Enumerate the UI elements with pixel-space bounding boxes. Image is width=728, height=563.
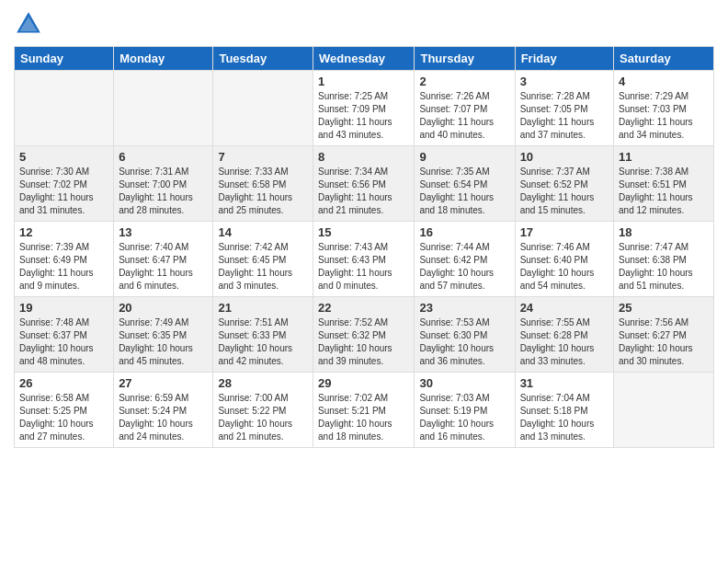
calendar-cell: 18Sunrise: 7:47 AM Sunset: 6:38 PM Dayli… (614, 222, 714, 297)
day-info: Sunrise: 7:55 AM Sunset: 6:28 PM Dayligh… (520, 316, 609, 368)
calendar-cell (614, 373, 714, 448)
calendar-cell: 27Sunrise: 6:59 AM Sunset: 5:24 PM Dayli… (114, 373, 213, 448)
day-info: Sunrise: 7:46 AM Sunset: 6:40 PM Dayligh… (520, 241, 609, 293)
calendar-cell: 4Sunrise: 7:29 AM Sunset: 7:03 PM Daylig… (614, 71, 714, 146)
calendar-cell: 19Sunrise: 7:48 AM Sunset: 6:37 PM Dayli… (15, 297, 114, 373)
calendar-cell: 16Sunrise: 7:44 AM Sunset: 6:42 PM Dayli… (415, 222, 515, 297)
day-info: Sunrise: 7:03 AM Sunset: 5:19 PM Dayligh… (419, 392, 509, 443)
col-thursday: Thursday (415, 47, 515, 71)
day-number: 19 (19, 301, 108, 315)
calendar-cell: 1Sunrise: 7:25 AM Sunset: 7:09 PM Daylig… (313, 71, 415, 146)
day-info: Sunrise: 7:30 AM Sunset: 7:02 PM Dayligh… (19, 166, 108, 217)
day-info: Sunrise: 7:25 AM Sunset: 7:09 PM Dayligh… (318, 90, 409, 142)
header-row: Sunday Monday Tuesday Wednesday Thursday… (15, 47, 714, 71)
calendar-cell: 8Sunrise: 7:34 AM Sunset: 6:56 PM Daylig… (313, 146, 415, 222)
week-row-0: 1Sunrise: 7:25 AM Sunset: 7:09 PM Daylig… (15, 71, 714, 146)
calendar-cell: 6Sunrise: 7:31 AM Sunset: 7:00 PM Daylig… (114, 146, 213, 222)
main-container: Sunday Monday Tuesday Wednesday Thursday… (0, 0, 728, 563)
calendar-cell: 31Sunrise: 7:04 AM Sunset: 5:18 PM Dayli… (515, 373, 613, 448)
col-monday: Monday (114, 47, 213, 71)
day-info: Sunrise: 7:38 AM Sunset: 6:51 PM Dayligh… (619, 166, 709, 217)
day-number: 28 (218, 376, 308, 390)
day-info: Sunrise: 7:37 AM Sunset: 6:52 PM Dayligh… (520, 166, 609, 217)
week-row-3: 19Sunrise: 7:48 AM Sunset: 6:37 PM Dayli… (15, 297, 714, 373)
calendar-cell (15, 71, 114, 146)
day-number: 22 (318, 301, 409, 315)
calendar-cell: 5Sunrise: 7:30 AM Sunset: 7:02 PM Daylig… (15, 146, 114, 222)
day-info: Sunrise: 7:00 AM Sunset: 5:22 PM Dayligh… (218, 392, 308, 443)
calendar-cell: 24Sunrise: 7:55 AM Sunset: 6:28 PM Dayli… (515, 297, 613, 373)
calendar-table: Sunday Monday Tuesday Wednesday Thursday… (14, 46, 714, 448)
day-number: 9 (419, 150, 509, 164)
header (14, 9, 714, 39)
calendar-cell: 15Sunrise: 7:43 AM Sunset: 6:43 PM Dayli… (313, 222, 415, 297)
calendar-cell (114, 71, 213, 146)
week-row-1: 5Sunrise: 7:30 AM Sunset: 7:02 PM Daylig… (15, 146, 714, 222)
day-number: 12 (19, 225, 108, 239)
calendar-cell: 26Sunrise: 6:58 AM Sunset: 5:25 PM Dayli… (15, 373, 114, 448)
day-number: 8 (318, 150, 409, 164)
calendar-cell: 29Sunrise: 7:02 AM Sunset: 5:21 PM Dayli… (313, 373, 415, 448)
day-number: 1 (318, 75, 409, 88)
calendar-cell: 25Sunrise: 7:56 AM Sunset: 6:27 PM Dayli… (614, 297, 714, 373)
calendar-cell: 3Sunrise: 7:28 AM Sunset: 7:05 PM Daylig… (515, 71, 613, 146)
day-info: Sunrise: 7:02 AM Sunset: 5:21 PM Dayligh… (318, 392, 409, 443)
col-wednesday: Wednesday (313, 47, 415, 71)
col-sunday: Sunday (15, 47, 114, 71)
day-number: 21 (218, 301, 308, 315)
day-info: Sunrise: 7:42 AM Sunset: 6:45 PM Dayligh… (218, 241, 308, 293)
day-info: Sunrise: 7:53 AM Sunset: 6:30 PM Dayligh… (419, 316, 509, 368)
day-number: 16 (419, 225, 509, 239)
day-info: Sunrise: 7:35 AM Sunset: 6:54 PM Dayligh… (419, 166, 509, 217)
calendar-cell: 22Sunrise: 7:52 AM Sunset: 6:32 PM Dayli… (313, 297, 415, 373)
day-info: Sunrise: 7:33 AM Sunset: 6:58 PM Dayligh… (218, 166, 308, 217)
calendar-cell: 2Sunrise: 7:26 AM Sunset: 7:07 PM Daylig… (415, 71, 515, 146)
day-number: 20 (119, 301, 208, 315)
day-number: 31 (520, 376, 609, 390)
day-info: Sunrise: 7:56 AM Sunset: 6:27 PM Dayligh… (619, 316, 709, 368)
day-info: Sunrise: 6:59 AM Sunset: 5:24 PM Dayligh… (119, 392, 208, 443)
day-number: 13 (119, 225, 208, 239)
day-number: 2 (419, 75, 509, 88)
calendar-cell: 9Sunrise: 7:35 AM Sunset: 6:54 PM Daylig… (415, 146, 515, 222)
col-saturday: Saturday (614, 47, 714, 71)
day-number: 25 (619, 301, 709, 315)
calendar-cell: 20Sunrise: 7:49 AM Sunset: 6:35 PM Dayli… (114, 297, 213, 373)
day-info: Sunrise: 7:48 AM Sunset: 6:37 PM Dayligh… (19, 316, 108, 368)
day-number: 7 (218, 150, 308, 164)
day-info: Sunrise: 7:31 AM Sunset: 7:00 PM Dayligh… (119, 166, 208, 217)
week-row-2: 12Sunrise: 7:39 AM Sunset: 6:49 PM Dayli… (15, 222, 714, 297)
day-number: 29 (318, 376, 409, 390)
calendar-cell: 30Sunrise: 7:03 AM Sunset: 5:19 PM Dayli… (415, 373, 515, 448)
calendar-cell: 13Sunrise: 7:40 AM Sunset: 6:47 PM Dayli… (114, 222, 213, 297)
day-number: 24 (520, 301, 609, 315)
calendar-cell: 14Sunrise: 7:42 AM Sunset: 6:45 PM Dayli… (213, 222, 313, 297)
day-info: Sunrise: 7:26 AM Sunset: 7:07 PM Dayligh… (419, 90, 509, 142)
calendar-cell: 12Sunrise: 7:39 AM Sunset: 6:49 PM Dayli… (15, 222, 114, 297)
col-tuesday: Tuesday (213, 47, 313, 71)
calendar-cell: 17Sunrise: 7:46 AM Sunset: 6:40 PM Dayli… (515, 222, 613, 297)
logo-icon (14, 9, 43, 39)
day-info: Sunrise: 7:52 AM Sunset: 6:32 PM Dayligh… (318, 316, 409, 368)
day-number: 23 (419, 301, 509, 315)
week-row-4: 26Sunrise: 6:58 AM Sunset: 5:25 PM Dayli… (15, 373, 714, 448)
col-friday: Friday (515, 47, 613, 71)
day-info: Sunrise: 7:39 AM Sunset: 6:49 PM Dayligh… (19, 241, 108, 293)
day-info: Sunrise: 7:28 AM Sunset: 7:05 PM Dayligh… (520, 90, 609, 142)
day-number: 3 (520, 75, 609, 88)
day-number: 27 (119, 376, 208, 390)
calendar-cell: 11Sunrise: 7:38 AM Sunset: 6:51 PM Dayli… (614, 146, 714, 222)
calendar-cell (213, 71, 313, 146)
calendar-cell: 23Sunrise: 7:53 AM Sunset: 6:30 PM Dayli… (415, 297, 515, 373)
day-number: 4 (619, 75, 709, 88)
day-number: 6 (119, 150, 208, 164)
day-info: Sunrise: 7:51 AM Sunset: 6:33 PM Dayligh… (218, 316, 308, 368)
day-number: 14 (218, 225, 308, 239)
day-number: 5 (19, 150, 108, 164)
day-info: Sunrise: 7:43 AM Sunset: 6:43 PM Dayligh… (318, 241, 409, 293)
day-number: 10 (520, 150, 609, 164)
day-number: 15 (318, 225, 409, 239)
day-info: Sunrise: 7:40 AM Sunset: 6:47 PM Dayligh… (119, 241, 208, 293)
day-info: Sunrise: 7:44 AM Sunset: 6:42 PM Dayligh… (419, 241, 509, 293)
day-number: 17 (520, 225, 609, 239)
